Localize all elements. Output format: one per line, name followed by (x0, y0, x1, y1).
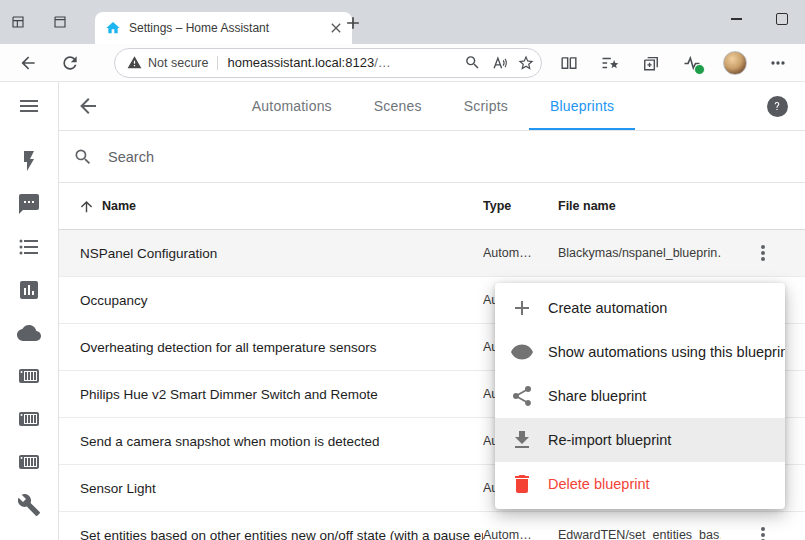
favorites-hub-icon[interactable] (600, 53, 620, 73)
tab-close-icon[interactable] (328, 20, 344, 36)
new-tab-button[interactable] (343, 13, 363, 33)
ha-tab-bar: Automations Scenes Scripts Blueprints (117, 82, 749, 130)
ha-sidebar (0, 82, 59, 540)
menu-item-share-blueprint[interactable]: Share blueprint (495, 374, 785, 418)
home-assistant-favicon (105, 20, 121, 36)
delete-icon (510, 472, 534, 496)
row-name: Philips Hue v2 Smart Dimmer Switch and R… (59, 387, 483, 402)
plus-icon (510, 296, 534, 320)
favorite-star-icon[interactable] (517, 54, 535, 72)
row-overflow-menu-icon[interactable] (751, 241, 775, 265)
menu-item-delete-blueprint[interactable]: Delete blueprint (495, 462, 785, 506)
read-aloud-icon[interactable] (490, 54, 508, 72)
row-type: Autom… (483, 246, 558, 260)
server-icon[interactable] (17, 407, 41, 431)
help-icon (767, 96, 788, 117)
table-header: Name Type File name (59, 183, 805, 230)
tab-layout-icon[interactable] (52, 14, 68, 30)
table-row[interactable]: Set entities based on other entities new… (59, 512, 805, 540)
sort-ascending-icon (78, 198, 95, 215)
download-icon (510, 428, 534, 452)
tab-title: Settings – Home Assistant (129, 21, 328, 35)
url-path: /… (374, 55, 391, 70)
browser-back-icon[interactable] (18, 53, 38, 73)
column-header-name[interactable]: Name (59, 198, 483, 215)
tab-blueprints[interactable]: Blueprints (529, 82, 635, 130)
row-name: Send a camera snapshot when motion is de… (59, 434, 483, 449)
help-button[interactable] (749, 82, 805, 130)
not-secure-warning-icon (127, 55, 142, 70)
eye-icon (510, 340, 534, 364)
browser-navbar: Not secure homeassistant.local:8123/… (0, 44, 805, 82)
menu-item-label: Re-import blueprint (548, 432, 671, 448)
security-label[interactable]: Not secure (148, 56, 208, 70)
row-name: Overheating detection for all temperatur… (59, 340, 483, 355)
tab-scenes[interactable]: Scenes (353, 82, 443, 130)
workspaces-icon[interactable] (10, 14, 26, 30)
list-icon[interactable] (17, 235, 41, 259)
row-file: EdwardTEN/set_entities_bas… (558, 528, 721, 540)
menu-item-reimport-blueprint[interactable]: Re-import blueprint (495, 418, 785, 462)
row-name: Sensor Light (59, 481, 483, 496)
row-file: Blackymas/nspanel_blueprin… (558, 246, 721, 260)
lightning-bolt-icon[interactable] (17, 149, 41, 173)
search-icon (73, 147, 93, 167)
browser-more-icon[interactable] (768, 53, 788, 73)
server-icon[interactable] (17, 364, 41, 388)
chart-box-icon[interactable] (17, 278, 41, 302)
menu-item-label: Show automations using this blueprint (548, 344, 785, 360)
cloud-icon[interactable] (17, 321, 41, 345)
address-bar[interactable]: Not secure homeassistant.local:8123/… (114, 48, 542, 78)
window-controls (713, 0, 805, 38)
browser-titlebar: Settings – Home Assistant (0, 0, 805, 44)
server-icon[interactable] (17, 450, 41, 474)
ha-header: Automations Scenes Scripts Blueprints (59, 82, 805, 131)
tab-scripts[interactable]: Scripts (443, 82, 529, 130)
url-text[interactable]: homeassistant.local:8123/… (227, 55, 390, 70)
row-name: NSPanel Configuration (59, 246, 483, 261)
row-name: Occupancy (59, 293, 483, 308)
collections-icon[interactable] (641, 53, 661, 73)
table-row[interactable]: NSPanel Configuration Autom… Blackymas/n… (59, 230, 805, 277)
url-host: homeassistant.local:8123 (227, 55, 374, 70)
row-name: Set entities based on other entities new… (59, 528, 483, 540)
search-bar (59, 131, 805, 183)
address-divider (217, 56, 218, 70)
browser-essentials-icon[interactable] (682, 53, 702, 73)
maximize-button[interactable] (759, 0, 805, 38)
wrench-icon[interactable] (17, 493, 41, 517)
split-screen-icon[interactable] (559, 53, 579, 73)
menu-item-label: Delete blueprint (548, 476, 650, 492)
search-input[interactable] (106, 148, 805, 166)
zoom-icon[interactable] (464, 54, 481, 71)
row-type: Autom… (483, 528, 558, 540)
browser-refresh-icon[interactable] (60, 53, 80, 73)
menu-item-label: Create automation (548, 300, 667, 316)
share-icon (510, 384, 534, 408)
row-overflow-menu-icon[interactable] (751, 523, 775, 540)
blueprint-context-menu: Create automation Show automations using… (495, 283, 785, 509)
column-header-file[interactable]: File name (558, 199, 721, 213)
ha-back-icon[interactable] (59, 82, 117, 130)
profile-avatar[interactable] (723, 51, 747, 75)
tab-automations[interactable]: Automations (231, 82, 353, 130)
sidebar-menu-icon[interactable] (17, 94, 41, 118)
minimize-button[interactable] (713, 0, 759, 38)
chat-icon[interactable] (17, 192, 41, 216)
menu-item-label: Share blueprint (548, 388, 646, 404)
browser-tab[interactable]: Settings – Home Assistant (95, 12, 352, 44)
menu-item-create-automation[interactable]: Create automation (495, 286, 785, 330)
column-header-type[interactable]: Type (483, 199, 558, 213)
essentials-status-dot (694, 64, 705, 75)
menu-item-show-automations[interactable]: Show automations using this blueprint (495, 330, 785, 374)
